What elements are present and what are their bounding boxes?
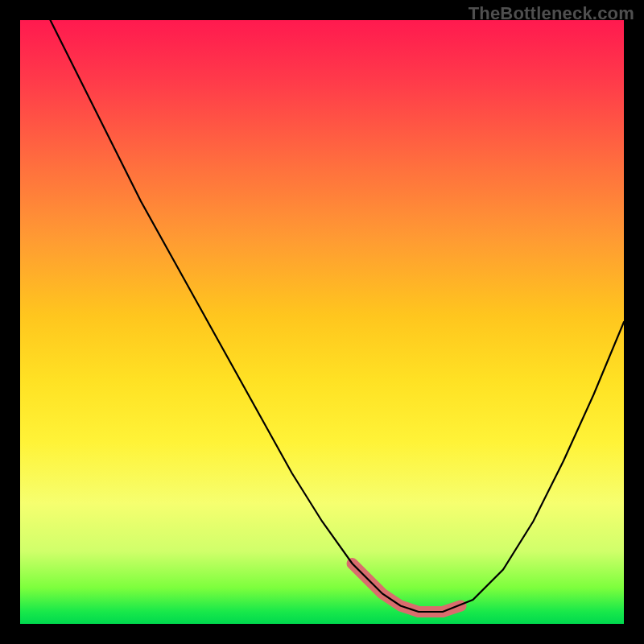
curve-svg [20, 20, 624, 624]
curve-highlight [353, 564, 461, 612]
plot-area [20, 20, 624, 624]
chart-frame: TheBottleneck.com [0, 0, 644, 644]
curve-line [51, 20, 625, 612]
